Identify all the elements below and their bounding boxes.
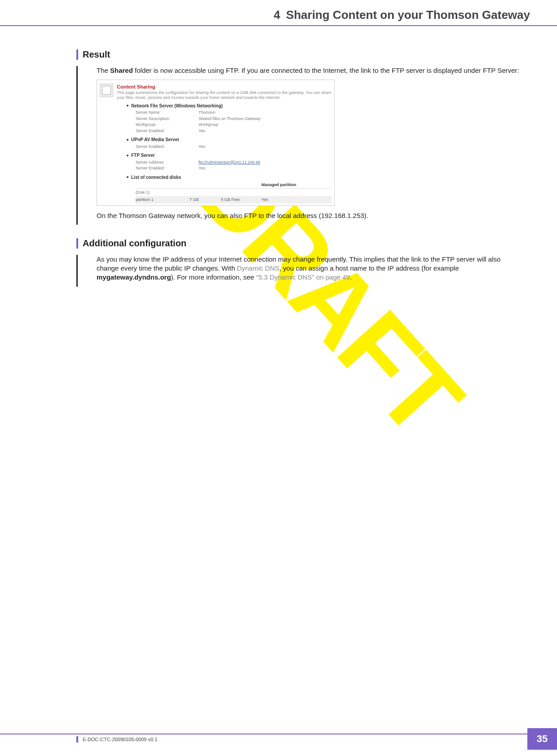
val: Yes — [199, 128, 205, 134]
header-rule — [0, 25, 557, 26]
footer-tick-icon — [76, 736, 78, 743]
val: Yes — [199, 144, 205, 150]
chapter-number: 4 — [274, 8, 280, 22]
lbl: Workgroup: — [136, 122, 199, 128]
t: The — [97, 67, 110, 74]
result-outro: On the Thomson Gateway network, you can … — [97, 211, 519, 220]
th — [190, 182, 221, 187]
val: Workgroup — [199, 122, 218, 128]
val: Thomson — [199, 110, 216, 116]
additional-block: As you may know the IP address of your I… — [76, 255, 526, 287]
partition-free: 5 GB Free — [221, 197, 261, 202]
upnp-title: UPnP AV Media Server — [131, 137, 179, 143]
page-content: Result The Shared folder is now accessib… — [76, 49, 526, 300]
disks-section: List of connected disks — [127, 174, 332, 181]
nfs-row: Server Description:Shared files on Thoms… — [136, 116, 332, 122]
block-left-bar — [76, 66, 78, 225]
bullet-icon — [127, 155, 128, 156]
partition-managed: Yes — [261, 197, 302, 202]
chapter-title: Sharing Content on your Thomson Gateway — [286, 8, 530, 22]
additional-text: As you may know the IP address of your I… — [97, 255, 526, 287]
t: , you can assign a host name to the IP a… — [279, 264, 459, 272]
partition-row: partition 1 7 GB 5 GB Free Yes — [136, 196, 332, 203]
t: ). For more information, see — [171, 273, 256, 281]
upnp-row: Server Enabled:Yes — [136, 144, 332, 150]
result-intro: The Shared folder is now accessible usin… — [97, 66, 519, 75]
lbl: Server Enabled: — [136, 165, 199, 172]
nfs-row: Server Name:Thomson — [136, 110, 332, 116]
heading-accent-bar — [76, 238, 78, 249]
result-block: The Shared folder is now accessible usin… — [76, 66, 526, 225]
val: Shared files on Thomson Gateway — [199, 116, 261, 122]
nfs-section: Network File Server (Windows Networking) — [127, 103, 332, 109]
lbl: Server Enabled: — [136, 144, 199, 150]
page-icon — [100, 84, 113, 97]
shared-word: Shared — [110, 67, 133, 74]
disks-table-head: Managed partition — [136, 181, 332, 189]
lbl: Server Name: — [136, 110, 199, 116]
partition-size: 7 GB — [190, 197, 221, 202]
doc-id-text: E-DOC-CTC-20090105-0009 v0.1 — [83, 737, 157, 742]
bullet-icon — [127, 105, 128, 107]
additional-heading: Additional configuration — [83, 238, 186, 249]
bullet-icon — [127, 176, 128, 178]
footer-rule — [0, 734, 527, 734]
result-text: The Shared folder is now accessible usin… — [97, 66, 523, 225]
chapter-header: 4 Sharing Content on your Thomson Gatewa… — [274, 8, 530, 22]
ftp-row: Server Enabled:Yes — [136, 165, 332, 172]
dyndns-ref[interactable]: Dynamic DNS — [237, 264, 279, 272]
t: folder is now accessible using FTP. If y… — [133, 67, 519, 74]
val: Yes — [199, 165, 205, 172]
nfs-title: Network File Server (Windows Networking) — [131, 103, 223, 109]
bullet-icon — [127, 139, 128, 141]
footer-doc-id: E-DOC-CTC-20090105-0009 v0.1 — [76, 736, 157, 743]
result-heading: Result — [83, 49, 110, 60]
th-managed: Managed partition — [261, 182, 302, 187]
content-sharing-screenshot: Content Sharing This page summarizes the… — [97, 80, 335, 205]
ss-title: Content Sharing — [117, 84, 332, 90]
th — [136, 182, 190, 187]
ftp-row: Server Address:ftp://Administrator@241.1… — [136, 160, 332, 166]
disks-title: List of connected disks — [131, 174, 181, 181]
partition-name: partition 1 — [136, 197, 190, 202]
heading-accent-bar — [76, 49, 78, 60]
page-ref-link[interactable]: "5.3 Dynamic DNS" on page 49 — [256, 273, 350, 281]
lbl: Server Address: — [136, 160, 199, 166]
hostname-example: mygateway.dyndns.org — [97, 273, 171, 281]
disk-label: (Disk 1) — [136, 189, 332, 196]
nfs-row: Server Enabled:Yes — [136, 128, 332, 134]
lbl: Server Description: — [136, 116, 199, 122]
t: . — [350, 273, 352, 281]
upnp-section: UPnP AV Media Server — [127, 137, 332, 143]
block-left-bar — [76, 255, 78, 287]
th — [221, 182, 261, 187]
lbl: Server Enabled: — [136, 128, 199, 134]
ss-header: Content Sharing This page summarizes the… — [100, 84, 332, 100]
ftp-link[interactable]: ftp://Administrator@241.11.249.96 — [199, 160, 260, 166]
nfs-row: Workgroup:Workgroup — [136, 122, 332, 128]
ftp-section: FTP Server — [127, 152, 332, 159]
result-heading-row: Result — [76, 49, 526, 60]
additional-heading-row: Additional configuration — [76, 238, 526, 249]
ss-desc: This page summarizes the configuration f… — [117, 90, 332, 100]
ftp-title: FTP Server — [131, 152, 155, 159]
additional-paragraph: As you may know the IP address of your I… — [97, 255, 521, 282]
page-number: 35 — [527, 728, 557, 750]
